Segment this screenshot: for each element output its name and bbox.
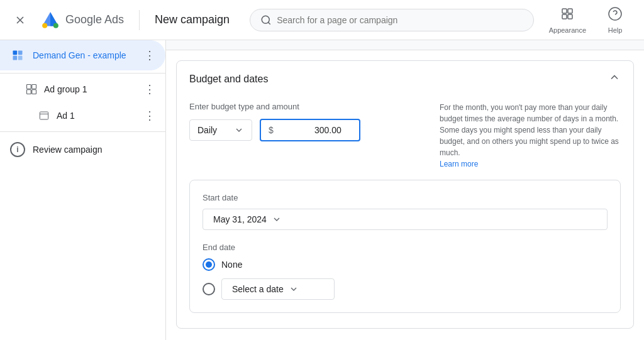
- svg-rect-17: [32, 85, 36, 89]
- campaign-title: New campaign: [155, 13, 230, 26]
- end-date-section: End date None: [203, 243, 608, 300]
- currency-symbol: $: [269, 125, 274, 135]
- help-button[interactable]: Help: [596, 4, 634, 36]
- svg-rect-18: [27, 90, 31, 94]
- end-date-select-radio[interactable]: [203, 283, 215, 295]
- app-header: Google Ads New campaign Appearance: [0, 0, 644, 40]
- svg-point-4: [262, 16, 269, 23]
- end-date-none-radio[interactable]: [203, 258, 215, 271]
- svg-point-2: [42, 23, 47, 28]
- header-divider: [139, 10, 140, 30]
- budget-dates-section: Budget and dates Enter budget type and a…: [176, 60, 634, 329]
- svg-point-3: [53, 23, 58, 28]
- adgroup-icon: [25, 83, 38, 96]
- end-date-arrow-icon: [289, 284, 299, 294]
- campaign-icon: [10, 48, 25, 63]
- end-date-label: End date: [203, 243, 608, 252]
- adgroup-label: Ad group 1: [44, 84, 144, 94]
- end-date-dropdown[interactable]: Select a date: [221, 278, 335, 300]
- start-date-value: May 31, 2024: [213, 214, 267, 224]
- end-date-none-label: None: [221, 260, 242, 270]
- budget-amount-input-box[interactable]: $: [260, 119, 360, 141]
- appearance-icon: [560, 6, 575, 25]
- appearance-button[interactable]: Appearance: [544, 4, 591, 36]
- svg-rect-7: [568, 9, 572, 13]
- sidebar-divider-2: [0, 131, 165, 132]
- budget-type-arrow-icon: [234, 125, 244, 135]
- svg-rect-12: [13, 51, 18, 55]
- help-icon: [608, 6, 623, 25]
- campaign-menu-icon[interactable]: ⋮: [144, 48, 155, 62]
- search-box[interactable]: [250, 9, 534, 31]
- close-button[interactable]: [10, 10, 30, 30]
- end-date-radio-group: None Select a date: [203, 258, 608, 300]
- learn-more-link[interactable]: Learn more: [440, 160, 478, 168]
- svg-rect-9: [568, 14, 572, 19]
- svg-rect-8: [562, 14, 567, 19]
- sidebar-item-adgroup[interactable]: Ad group 1 ⋮: [0, 76, 165, 102]
- svg-rect-20: [40, 112, 48, 119]
- dates-container: Start date May 31, 2024 End date: [189, 180, 621, 313]
- adgroup-menu-icon[interactable]: ⋮: [144, 82, 155, 96]
- search-icon: [260, 14, 272, 26]
- budget-type-value: Daily: [197, 125, 229, 135]
- start-date-label: Start date: [203, 193, 608, 202]
- end-date-select-option[interactable]: Select a date: [203, 278, 608, 300]
- svg-rect-14: [13, 56, 18, 60]
- ad-icon: [38, 109, 50, 122]
- svg-rect-13: [18, 51, 23, 55]
- budget-type-label: Enter budget type and amount: [189, 102, 419, 111]
- svg-rect-19: [32, 90, 36, 94]
- budget-note: For the month, you won't pay more than y…: [419, 102, 621, 170]
- section-collapse-icon[interactable]: [608, 71, 621, 87]
- svg-rect-16: [27, 85, 31, 89]
- header-actions: Appearance Help: [544, 4, 634, 36]
- start-date-arrow-icon: [272, 214, 282, 224]
- help-label: Help: [608, 26, 623, 34]
- content-area: Budget and dates Enter budget type and a…: [166, 40, 644, 340]
- budget-controls: Daily $: [189, 119, 419, 141]
- section-header[interactable]: Budget and dates: [177, 61, 633, 97]
- review-label: Review campaign: [33, 145, 155, 155]
- content-top-bar: [166, 40, 644, 50]
- budget-row: Enter budget type and amount Daily $: [189, 102, 621, 170]
- main-layout: Demand Gen - example ⋮ Ad group 1 ⋮: [0, 40, 644, 340]
- brand-name: Google Ads: [65, 13, 124, 26]
- budget-amount-input[interactable]: [279, 125, 341, 135]
- budget-note-text: For the month, you won't pay more than y…: [440, 103, 619, 157]
- search-input[interactable]: [277, 15, 523, 25]
- ad-menu-icon[interactable]: ⋮: [144, 109, 155, 123]
- end-date-placeholder: Select a date: [232, 284, 284, 294]
- review-icon: i: [10, 142, 25, 157]
- section-body: Enter budget type and amount Daily $: [177, 97, 633, 328]
- svg-rect-6: [562, 9, 567, 13]
- sidebar: Demand Gen - example ⋮ Ad group 1 ⋮: [0, 40, 166, 340]
- section-title: Budget and dates: [189, 74, 268, 85]
- ad-label: Ad 1: [57, 111, 144, 121]
- budget-controls-area: Enter budget type and amount Daily $: [189, 102, 419, 141]
- sidebar-item-review[interactable]: i Review campaign: [0, 134, 165, 165]
- sidebar-item-campaign[interactable]: Demand Gen - example ⋮: [0, 40, 165, 70]
- budget-type-dropdown[interactable]: Daily: [189, 119, 252, 141]
- end-date-none-option[interactable]: None: [203, 258, 608, 271]
- appearance-label: Appearance: [549, 26, 586, 34]
- search-container: [250, 9, 534, 31]
- start-date-dropdown[interactable]: May 31, 2024: [203, 209, 608, 230]
- sidebar-item-ad[interactable]: Ad 1 ⋮: [0, 102, 165, 129]
- campaign-name: Demand Gen - example: [33, 50, 144, 60]
- sidebar-divider-1: [0, 73, 165, 74]
- google-ads-logo: Google Ads: [40, 10, 124, 30]
- svg-rect-15: [18, 56, 23, 60]
- svg-line-5: [269, 22, 270, 24]
- svg-point-10: [609, 8, 621, 20]
